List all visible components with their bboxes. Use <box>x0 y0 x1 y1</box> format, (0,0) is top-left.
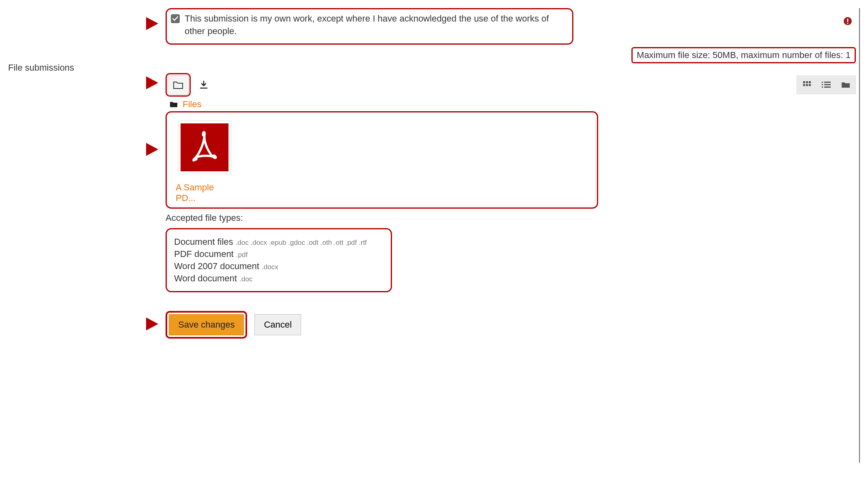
annotation-arrow <box>146 143 158 156</box>
declaration-checkbox[interactable] <box>171 14 180 23</box>
folder-outline-icon <box>173 80 183 89</box>
declaration-text: This submission is my own work, except w… <box>185 13 566 38</box>
accepted-types-label: Accepted file types: <box>166 213 856 223</box>
save-button-highlight: Save changes <box>166 311 247 339</box>
svg-rect-8 <box>809 84 811 86</box>
filetype-line: Word document .doc <box>174 273 383 284</box>
filetype-extensions: .doc .docx .epub .gdoc .odt .oth .ott .p… <box>236 239 367 246</box>
svg-rect-6 <box>803 84 805 86</box>
grid-icon <box>803 81 811 89</box>
filetype-extensions: .pdf <box>236 251 248 259</box>
filetype-label: Word document <box>174 273 239 283</box>
filetype-line: PDF document .pdf <box>174 249 383 259</box>
svg-rect-9 <box>822 82 823 83</box>
svg-rect-2 <box>847 23 849 24</box>
add-file-button[interactable] <box>168 75 189 95</box>
svg-rect-3 <box>803 81 805 83</box>
svg-rect-14 <box>824 86 831 88</box>
filetype-label: Word 2007 document <box>174 261 262 271</box>
file-drop-area[interactable]: A Sample PD... <box>166 111 598 209</box>
accepted-types-box: Document files .doc .docx .epub .gdoc .o… <box>166 228 392 292</box>
filetype-extensions: .doc <box>239 275 252 283</box>
filetype-extensions: .docx <box>262 263 278 271</box>
folder-icon <box>170 101 178 108</box>
filetype-line: Document files .doc .docx .epub .gdoc .o… <box>174 237 383 247</box>
svg-rect-11 <box>822 84 823 85</box>
view-icons-button[interactable] <box>797 76 816 94</box>
folder-solid-icon <box>841 81 850 88</box>
annotation-arrow <box>146 17 158 30</box>
uploaded-file[interactable]: A Sample PD... <box>174 121 235 203</box>
download-icon <box>199 80 209 90</box>
cancel-button[interactable]: Cancel <box>254 314 301 335</box>
save-changes-button[interactable]: Save changes <box>169 314 244 335</box>
view-tree-button[interactable] <box>836 76 855 94</box>
breadcrumb: Files <box>170 99 856 110</box>
list-icon <box>822 81 831 88</box>
annotation-arrow <box>146 317 158 330</box>
filetype-line: Word 2007 document .docx <box>174 261 383 272</box>
declaration-highlight: This submission is my own work, except w… <box>166 8 573 45</box>
section-label: File submissions <box>8 63 74 73</box>
svg-rect-5 <box>809 81 811 83</box>
download-button[interactable] <box>193 75 214 95</box>
file-limits-text: Maximum file size: 50MB, maximum number … <box>631 47 856 63</box>
view-switcher <box>797 76 856 94</box>
svg-rect-12 <box>824 84 831 85</box>
pdf-icon <box>181 123 228 171</box>
svg-rect-4 <box>806 81 808 83</box>
view-list-button[interactable] <box>816 76 836 94</box>
breadcrumb-files-link[interactable]: Files <box>183 99 201 110</box>
add-folder-highlight <box>166 73 191 97</box>
filetype-label: Document files <box>174 237 236 247</box>
svg-rect-7 <box>806 84 808 86</box>
file-thumbnail <box>178 121 231 174</box>
required-icon <box>843 16 853 26</box>
svg-rect-13 <box>822 86 823 88</box>
filetype-label: PDF document <box>174 249 236 259</box>
annotation-arrow <box>146 76 158 89</box>
svg-rect-10 <box>824 82 831 83</box>
svg-rect-1 <box>847 19 849 22</box>
file-name: A Sample PD... <box>176 182 235 203</box>
